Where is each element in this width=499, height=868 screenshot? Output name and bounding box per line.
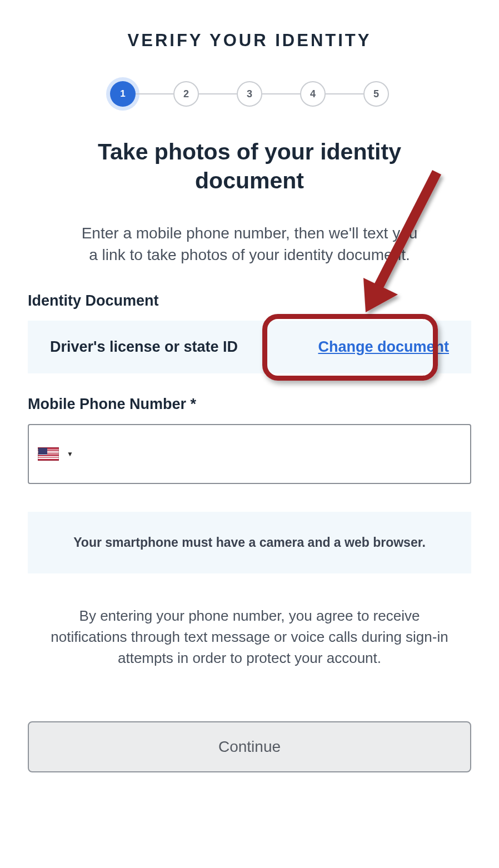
- change-document-link[interactable]: Change document: [318, 338, 449, 356]
- step-5: 5: [363, 81, 389, 107]
- identity-document-label: Identity Document: [28, 292, 471, 310]
- step-4: 4: [300, 81, 326, 107]
- step-2: 2: [173, 81, 199, 107]
- step-1: 1: [110, 81, 136, 107]
- chevron-down-icon: ▼: [67, 450, 73, 458]
- stepper: 1 2 3 4 5: [110, 81, 389, 107]
- step-line: [262, 93, 300, 94]
- step-line: [136, 93, 173, 94]
- step-3: 3: [237, 81, 262, 107]
- step-line: [326, 93, 363, 94]
- country-selector[interactable]: ▼: [38, 447, 73, 461]
- agreement-text: By entering your phone number, you agree…: [44, 606, 455, 669]
- identity-document-box: Driver's license or state ID Change docu…: [28, 321, 471, 373]
- phone-label: Mobile Phone Number *: [28, 396, 471, 413]
- phone-section: Mobile Phone Number * ▼: [28, 396, 471, 484]
- phone-input-wrapper[interactable]: ▼: [28, 424, 471, 484]
- page-title: VERIFY YOUR IDENTITY: [128, 31, 372, 51]
- identity-document-value: Driver's license or state ID: [50, 338, 238, 356]
- step-line: [199, 93, 237, 94]
- section-heading: Take photos of your identity document: [44, 137, 455, 196]
- identity-document-section: Identity Document Driver's license or st…: [28, 292, 471, 373]
- phone-input[interactable]: [73, 425, 470, 483]
- continue-button[interactable]: Continue: [28, 721, 471, 772]
- info-box: Your smartphone must have a camera and a…: [28, 512, 471, 573]
- us-flag-icon: [38, 447, 59, 461]
- section-subheading: Enter a mobile phone number, then we'll …: [77, 222, 422, 266]
